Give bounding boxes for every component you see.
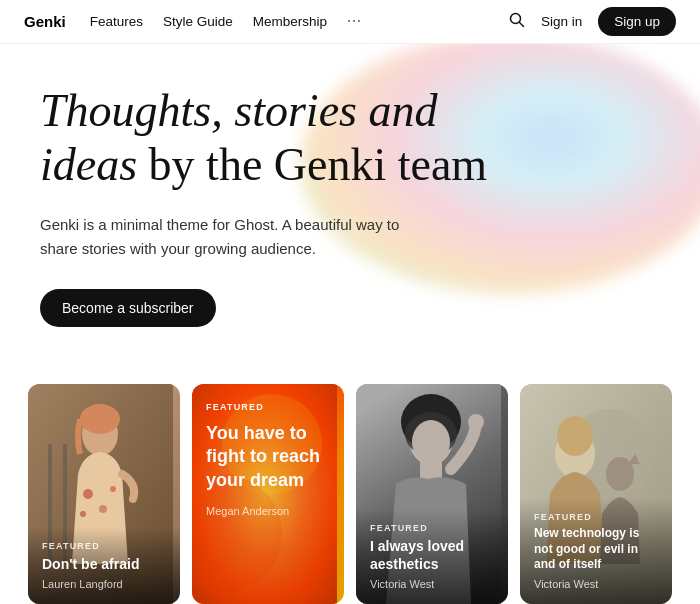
card-3-author: Victoria West (370, 578, 494, 590)
navbar: Genki Features Style Guide Membership ··… (0, 0, 700, 44)
card-3-overlay: FEATURED I always loved aesthetics Victo… (356, 509, 508, 604)
card-2-featured-label: FEATURED (206, 402, 330, 412)
nav-more-button[interactable]: ··· (347, 13, 362, 31)
site-logo[interactable]: Genki (24, 13, 66, 30)
card-2-title: You have to fight to reach your dream (206, 422, 330, 492)
card-1-author: Lauren Langford (42, 578, 166, 590)
nav-right: Sign in Sign up (509, 7, 676, 36)
hero-title: Thoughts, stories and ideas by the Genki… (40, 84, 560, 193)
card-4-overlay: FEATURED New technology is not good or e… (520, 498, 672, 604)
svg-point-25 (468, 414, 484, 430)
card-dont-be-afraid[interactable]: FEATURED Don't be afraid Lauren Langford (28, 384, 180, 604)
hero-section: Thoughts, stories and ideas by the Genki… (0, 44, 700, 364)
sign-up-button[interactable]: Sign up (598, 7, 676, 36)
subscribe-button[interactable]: Become a subscriber (40, 289, 216, 327)
nav-links: Features Style Guide Membership ··· (90, 13, 362, 31)
card-technology[interactable]: FEATURED New technology is not good or e… (520, 384, 672, 604)
sign-in-button[interactable]: Sign in (541, 14, 582, 29)
card-4-title: New technology is not good or evil in an… (534, 526, 658, 573)
svg-point-12 (80, 404, 120, 434)
nav-link-features[interactable]: Features (90, 14, 143, 29)
card-1-title: Don't be afraid (42, 555, 166, 573)
cards-section: FEATURED Don't be afraid Lauren Langford (0, 364, 700, 604)
svg-point-8 (83, 489, 93, 499)
svg-line-1 (519, 22, 523, 26)
hero-title-part1: Thoughts, stories and (40, 85, 437, 136)
hero-title-part2: ideas (40, 139, 137, 190)
svg-point-11 (80, 511, 86, 517)
nav-link-style-guide[interactable]: Style Guide (163, 14, 233, 29)
search-icon (509, 12, 525, 28)
card-3-title: I always loved aesthetics (370, 537, 494, 573)
hero-title-part3: by the Genki team (149, 139, 488, 190)
search-button[interactable] (509, 12, 525, 32)
card-4-author: Victoria West (534, 578, 658, 590)
cards-grid: FEATURED Don't be afraid Lauren Langford (28, 384, 672, 604)
svg-point-23 (412, 420, 450, 464)
card-1-featured-label: FEATURED (42, 541, 166, 551)
card-aesthetics[interactable]: FEATURED I always loved aesthetics Victo… (356, 384, 508, 604)
card-2-overlay: FEATURED You have to fight to reach your… (192, 384, 344, 604)
card-fight-dream[interactable]: FEATURED You have to fight to reach your… (192, 384, 344, 604)
svg-point-9 (99, 505, 107, 513)
card-2-author: Megan Anderson (206, 505, 330, 517)
svg-point-10 (110, 486, 116, 492)
card-3-featured-label: FEATURED (370, 523, 494, 533)
card-1-overlay: FEATURED Don't be afraid Lauren Langford (28, 527, 180, 604)
hero-content: Thoughts, stories and ideas by the Genki… (40, 84, 560, 327)
svg-point-29 (557, 416, 593, 456)
nav-link-membership[interactable]: Membership (253, 14, 327, 29)
card-4-featured-label: FEATURED (534, 512, 658, 522)
hero-description: Genki is a minimal theme for Ghost. A be… (40, 213, 420, 261)
